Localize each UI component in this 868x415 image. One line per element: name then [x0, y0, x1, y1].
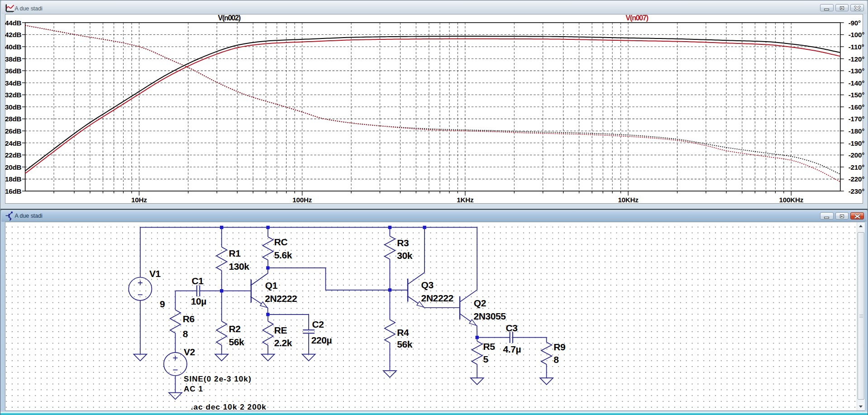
svg-text:2N3055: 2N3055: [473, 311, 506, 321]
svg-text:36dB: 36dB: [5, 67, 22, 75]
svg-text:-230°: -230°: [849, 187, 865, 195]
svg-text:2N2222: 2N2222: [421, 293, 453, 303]
svg-text:34dB: 34dB: [5, 79, 22, 87]
svg-text:-190°: -190°: [849, 139, 865, 147]
svg-text:.ac dec 10k 2 200k: .ac dec 10k 2 200k: [191, 403, 267, 411]
svg-text:-100°: -100°: [849, 31, 865, 38]
svg-text:-120°: -120°: [849, 55, 865, 63]
svg-text:AC 1: AC 1: [184, 385, 203, 393]
svg-text:-220°: -220°: [849, 175, 865, 183]
svg-text:R9: R9: [553, 342, 565, 352]
svg-text:-130°: -130°: [849, 67, 865, 75]
svg-text:28dB: 28dB: [5, 115, 22, 123]
svg-text:-200°: -200°: [849, 151, 865, 159]
svg-text:R5: R5: [483, 341, 495, 352]
svg-text:-90°: -90°: [849, 19, 861, 27]
svg-text:10µ: 10µ: [191, 296, 206, 306]
svg-text:-180°: -180°: [849, 127, 865, 135]
svg-text:RC: RC: [274, 237, 288, 247]
svg-text:Q3: Q3: [421, 280, 434, 290]
svg-text:32dB: 32dB: [5, 91, 22, 99]
svg-text:SINE(0 2e-3 10k): SINE(0 2e-3 10k): [184, 375, 252, 383]
svg-text:-150°: -150°: [849, 91, 865, 99]
svg-text:56k: 56k: [397, 339, 413, 349]
svg-text:38dB: 38dB: [5, 55, 22, 63]
svg-text:R1: R1: [229, 248, 241, 258]
svg-text:R6: R6: [183, 314, 195, 324]
svg-text:56k: 56k: [229, 337, 244, 347]
svg-text:-210°: -210°: [849, 163, 865, 171]
svg-text:22dB: 22dB: [5, 151, 22, 159]
svg-text:26dB: 26dB: [5, 127, 22, 135]
svg-text:C3: C3: [506, 323, 517, 333]
svg-text:30k: 30k: [397, 250, 413, 261]
svg-text:16dB: 16dB: [5, 187, 22, 195]
svg-text:Q2: Q2: [474, 298, 486, 308]
svg-text:C2: C2: [312, 319, 324, 329]
svg-text:8: 8: [183, 329, 188, 339]
svg-text:V2: V2: [184, 347, 195, 357]
svg-text:24dB: 24dB: [5, 139, 22, 147]
svg-text:44dB: 44dB: [5, 19, 22, 27]
svg-text:RE: RE: [274, 325, 287, 335]
svg-text:4.7µ: 4.7µ: [503, 344, 521, 354]
svg-text:20dB: 20dB: [5, 163, 22, 171]
svg-text:100KHz: 100KHz: [779, 196, 804, 204]
svg-text:40dB: 40dB: [5, 43, 22, 51]
svg-text:18dB: 18dB: [5, 175, 22, 183]
svg-text:30dB: 30dB: [5, 103, 22, 111]
svg-text:R3: R3: [397, 238, 409, 248]
svg-text:-170°: -170°: [849, 115, 865, 123]
svg-text:Q1: Q1: [265, 280, 278, 291]
svg-text:-110°: -110°: [849, 43, 864, 51]
svg-text:V(n002): V(n002): [218, 14, 241, 22]
svg-text:2.2k: 2.2k: [274, 338, 292, 348]
svg-text:C1: C1: [192, 276, 204, 286]
svg-text:8: 8: [553, 354, 559, 365]
svg-text:-140°: -140°: [849, 79, 865, 87]
svg-text:2N2222: 2N2222: [265, 293, 297, 304]
svg-text:5.6k: 5.6k: [274, 250, 292, 260]
svg-text:220µ: 220µ: [311, 335, 332, 345]
svg-text:42dB: 42dB: [5, 31, 22, 38]
svg-text:5: 5: [483, 354, 488, 364]
svg-text:9: 9: [160, 299, 165, 309]
svg-text:130k: 130k: [229, 261, 249, 272]
svg-text:R4: R4: [397, 327, 409, 338]
svg-text:V(n007): V(n007): [626, 14, 649, 22]
svg-text:V1: V1: [149, 268, 161, 279]
svg-text:1KHz: 1KHz: [457, 196, 474, 204]
svg-text:100Hz: 100Hz: [292, 196, 312, 204]
svg-text:R2: R2: [229, 324, 240, 334]
svg-text:-160°: -160°: [849, 103, 865, 111]
svg-text:10Hz: 10Hz: [131, 196, 147, 204]
svg-text:10KHz: 10KHz: [618, 196, 639, 204]
